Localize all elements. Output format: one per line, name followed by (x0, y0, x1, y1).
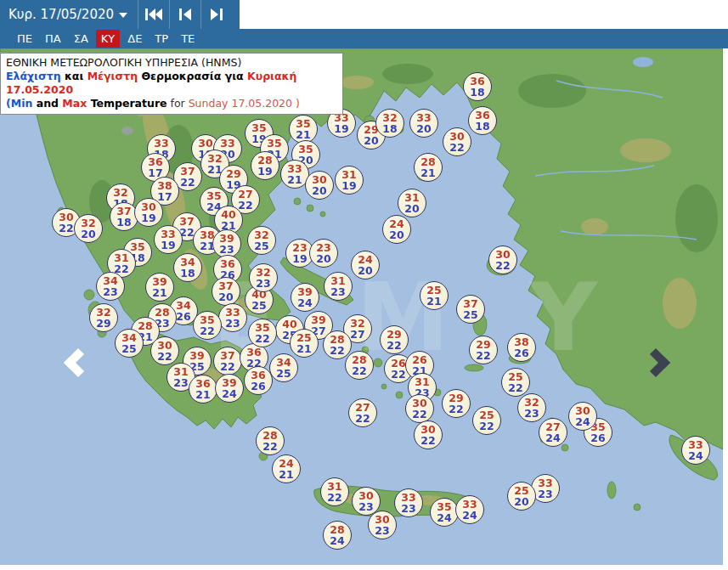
legend-segment: Max (62, 97, 87, 110)
map-terrain: Ε Μ Υ (0, 48, 723, 565)
tab-ΚΥ[interactable]: ΚΥ (96, 30, 120, 48)
forecast-map: Ε Μ Υ ΕΘΝΙΚΗ ΜΕΤΕΩΡΟΛΟΓΙΚΗ ΥΠΗΡΕΣΙΑ (HNM… (0, 48, 723, 565)
legend-segment: και (61, 70, 87, 82)
tab-ΔΕ[interactable]: ΔΕ (122, 30, 147, 48)
step-forward-icon (211, 8, 223, 20)
date-toolbar: Κυρ. 17/05/2020 (0, 0, 240, 29)
agency-title: ΕΘΝΙΚΗ ΜΕΤΕΩΡΟΛΟΓΙΚΗ ΥΠΗΡΕΣΙΑ (HNMS) (6, 56, 337, 70)
city-area (121, 127, 133, 135)
day-tabs: ΠΕΠΑΣΑΚΥΔΕΤΡΤΕ (0, 29, 728, 48)
legend-segment: Μέγιστη (87, 70, 138, 82)
legend-segment: for (167, 97, 189, 110)
tab-ΤΕ[interactable]: ΤΕ (176, 30, 200, 48)
weather-app-screen: Κυρ. 17/05/2020 ΠΕΠΑΣΑΚΥΔΕΤΡΤΕ (0, 0, 728, 570)
tab-ΤΡ[interactable]: ΤΡ (150, 30, 173, 48)
step-back-icon (179, 8, 191, 20)
date-selector-button[interactable]: Κυρ. 17/05/2020 (0, 0, 138, 29)
legend-segment: Temperature (87, 97, 166, 110)
tab-ΣΑ[interactable]: ΣΑ (69, 30, 93, 48)
legend-infobox: ΕΘΝΙΚΗ ΜΕΤΕΩΡΟΛΟΓΙΚΗ ΥΠΗΡΕΣΙΑ (HNMS) Ελά… (0, 53, 343, 115)
tab-ΠΑ[interactable]: ΠΑ (40, 30, 66, 48)
legend-segment: Ελάχιστη (6, 70, 61, 82)
first-day-button[interactable] (138, 0, 169, 29)
legend-segment: and (32, 97, 62, 110)
legend-segment: (Min (6, 97, 32, 110)
previous-day-button[interactable] (170, 0, 200, 29)
next-day-button[interactable] (201, 0, 232, 29)
legend-segment: Sunday 17.05.2020 ) (189, 97, 300, 110)
tab-ΠΕ[interactable]: ΠΕ (12, 30, 37, 48)
watermark: Ε Μ Υ (212, 263, 621, 372)
legend-line-english: (Min and Max Temperature for Sunday 17.0… (6, 97, 337, 110)
date-label: Κυρ. 17/05/2020 (8, 7, 114, 22)
chevron-down-icon (119, 13, 127, 18)
legend-line-greek: Ελάχιστη και Μέγιστη Θερμοκρασία για Κυρ… (6, 70, 337, 97)
legend-segment: Θερμοκρασία για (138, 70, 247, 82)
skip-to-first-icon (145, 8, 162, 20)
